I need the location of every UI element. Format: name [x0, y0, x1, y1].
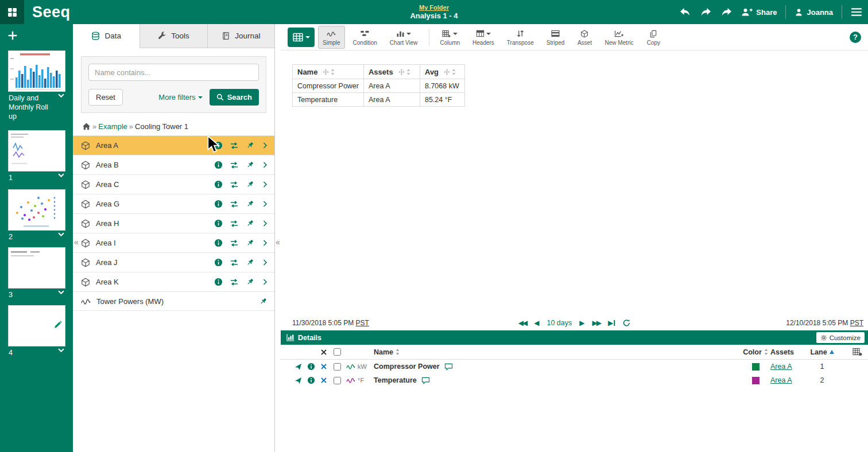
chevron-down-icon[interactable]: [58, 93, 64, 98]
new-metric-button[interactable]: New Metric: [600, 26, 638, 49]
item-name[interactable]: Temperature: [374, 376, 417, 384]
pin-icon[interactable]: [246, 180, 254, 189]
step-back-button[interactable]: ◀: [534, 319, 539, 326]
remove-all-icon[interactable]: [317, 349, 330, 355]
chevron-right-icon[interactable]: [261, 200, 269, 208]
info-icon[interactable]: [305, 363, 317, 371]
search-input[interactable]: [88, 64, 259, 81]
asset-row-area-c[interactable]: Area C: [73, 174, 274, 194]
worksheet-name[interactable]: Daily and Monthly Roll up: [9, 93, 57, 121]
worksheet-thumbnail-1[interactable]: [8, 50, 65, 92]
jump-forward-button[interactable]: ▶▶: [592, 319, 600, 326]
share-button[interactable]: Share: [741, 7, 777, 17]
chart-view-button[interactable]: Chart View: [385, 26, 423, 49]
info-icon[interactable]: [214, 161, 223, 169]
chevron-right-icon[interactable]: [261, 142, 269, 149]
details-row-compressor-power[interactable]: kW Compressor Power Area A 1: [281, 360, 868, 373]
item-name[interactable]: Compressor Power: [374, 363, 440, 371]
asset-row-area-k[interactable]: Area K: [73, 272, 274, 291]
search-button[interactable]: Search: [210, 89, 259, 106]
swap-icon[interactable]: [230, 278, 239, 287]
headers-button[interactable]: Headers: [468, 26, 499, 49]
info-icon[interactable]: [214, 278, 223, 286]
info-icon[interactable]: [214, 141, 223, 150]
range-start-datetime[interactable]: 11/30/2018 5:05 PM: [292, 319, 354, 327]
pin-icon[interactable]: [246, 258, 254, 267]
swap-icon[interactable]: [230, 239, 239, 248]
chevron-down-icon[interactable]: [58, 232, 64, 236]
pin-icon[interactable]: [246, 278, 254, 286]
pin-icon[interactable]: [246, 141, 254, 150]
column-header-assets[interactable]: Assets: [363, 65, 420, 79]
pin-icon[interactable]: [246, 239, 254, 247]
chevron-right-icon[interactable]: [261, 239, 269, 247]
comment-icon[interactable]: [444, 363, 453, 371]
details-column-color[interactable]: Color: [741, 348, 770, 356]
drag-handle-icon[interactable]: [444, 69, 450, 75]
chevron-right-icon[interactable]: [261, 278, 269, 286]
select-all-checkbox[interactable]: [334, 348, 341, 356]
my-folder-link[interactable]: My Folder: [419, 4, 449, 11]
hamburger-menu-button[interactable]: [851, 7, 862, 17]
color-swatch[interactable]: [752, 363, 760, 371]
redo-button[interactable]: [700, 7, 712, 17]
transpose-button[interactable]: Transpose: [502, 26, 538, 49]
worksheet-name[interactable]: 4: [9, 348, 13, 357]
pin-icon[interactable]: [246, 161, 254, 169]
collapse-data-panel-handle[interactable]: «: [276, 238, 280, 246]
worksheet-thumbnail-2[interactable]: [8, 130, 65, 172]
details-row-temperature[interactable]: °F Temperature Area A 2: [281, 373, 868, 387]
reset-button[interactable]: Reset: [88, 89, 123, 106]
remove-icon[interactable]: [317, 364, 330, 369]
chevron-right-icon[interactable]: [261, 161, 269, 169]
tab-journal[interactable]: Journal: [208, 24, 274, 48]
tab-data[interactable]: Data: [73, 24, 140, 48]
table-options-icon[interactable]: [838, 348, 868, 356]
column-header-name[interactable]: Name: [293, 65, 364, 79]
asset-link[interactable]: Area A: [770, 376, 792, 384]
row-checkbox[interactable]: [334, 363, 341, 371]
chevron-down-icon[interactable]: [58, 290, 64, 294]
swap-icon[interactable]: [230, 180, 239, 189]
asset-row-area-a[interactable]: Area A: [73, 135, 274, 155]
apps-grid-button[interactable]: [0, 0, 24, 24]
refresh-button[interactable]: [622, 319, 630, 327]
home-icon[interactable]: [82, 122, 91, 131]
info-icon[interactable]: [214, 239, 223, 247]
copy-button[interactable]: Copy: [641, 26, 665, 49]
remove-icon[interactable]: [317, 377, 330, 383]
info-icon[interactable]: [214, 200, 223, 208]
asset-row-area-j[interactable]: Area J: [73, 252, 274, 272]
chevron-right-icon[interactable]: [261, 259, 269, 266]
comment-icon[interactable]: [421, 377, 430, 384]
trend-send-icon[interactable]: [291, 363, 305, 371]
info-icon[interactable]: [214, 258, 223, 267]
asset-row-area-i[interactable]: Area I: [73, 233, 274, 252]
table-view-button[interactable]: [288, 28, 315, 47]
row-checkbox[interactable]: [334, 377, 341, 384]
worksheet-thumbnail-5[interactable]: [8, 305, 65, 346]
user-menu-button[interactable]: Joanna: [795, 8, 833, 17]
details-column-name[interactable]: Name: [374, 348, 741, 356]
range-end-datetime[interactable]: 12/10/2018 5:05 PM: [786, 319, 848, 327]
drag-handle-icon[interactable]: [323, 69, 329, 75]
sort-icon[interactable]: [406, 69, 410, 75]
asset-link[interactable]: Area A: [770, 363, 792, 371]
worksheet-name[interactable]: 1: [9, 173, 13, 182]
column-button[interactable]: Column: [436, 26, 464, 49]
worksheet-name[interactable]: 3: [9, 290, 13, 299]
worksheet-name[interactable]: 2: [9, 232, 13, 241]
swap-icon[interactable]: [230, 161, 239, 170]
pin-icon[interactable]: [259, 297, 268, 306]
step-forward-button[interactable]: ▶: [579, 319, 584, 326]
chevron-down-icon[interactable]: [58, 348, 64, 352]
sort-icon[interactable]: [331, 69, 335, 75]
skip-to-end-button[interactable]: ▶: [608, 319, 615, 326]
worksheet-thumbnail-4[interactable]: [8, 247, 65, 289]
range-end-timezone[interactable]: PST: [850, 319, 863, 327]
details-column-lane[interactable]: Lane: [806, 348, 838, 356]
details-column-assets[interactable]: Assets: [770, 348, 806, 356]
chevron-down-icon[interactable]: [58, 173, 64, 177]
asset-button[interactable]: Asset: [572, 26, 596, 49]
signal-row-tower-powers[interactable]: Tower Powers (MW): [73, 291, 274, 311]
